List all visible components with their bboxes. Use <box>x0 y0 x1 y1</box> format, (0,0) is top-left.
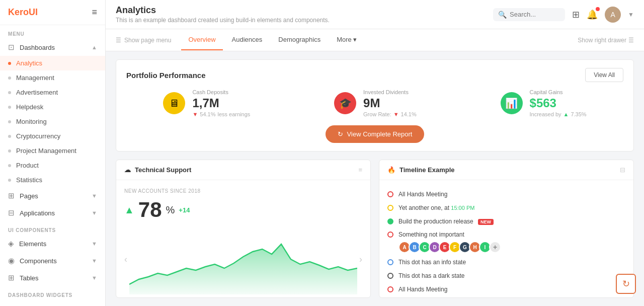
project-management-label: Project Management <box>16 147 76 155</box>
sidebar-item-helpdesk[interactable]: Helpdesk <box>0 100 105 114</box>
chevron-down-icon: ▼ <box>92 275 97 281</box>
capital-gains-change: 7.35% <box>571 111 586 117</box>
down-arrow-icon: ▼ <box>192 111 198 117</box>
statistics-label: Statistics <box>16 176 42 184</box>
dashboards-sub: Analytics Management Advertisement Helpd… <box>0 56 105 187</box>
timeline-dot-red-3 <box>387 286 393 292</box>
stat-invested-dividents: 🎓 Invested Dividents 9M Grow Rate: ▼ 14.… <box>334 89 417 117</box>
technical-support-title: ☁ Technical Support <box>124 166 191 174</box>
carousel-next-button[interactable]: › <box>359 254 362 265</box>
sidebar-group-components[interactable]: ◉ Components ▼ <box>0 252 105 269</box>
timeline-item-4: Something not important A B C D E F G H <box>387 231 625 253</box>
invested-dividents-change: 14.1% <box>401 111 417 117</box>
timeline-item-7: All Hands Meeting <box>387 285 625 294</box>
portfolio-card: Portfolio Performance View All 🖥 Cash De… <box>116 59 634 151</box>
technical-support-card: ☁ Technical Support ≡ NEW ACCOUNTS SINCE… <box>116 160 371 298</box>
bell-icon[interactable]: 🔔 <box>587 9 598 20</box>
timeline-text-5: This dot has an info state <box>398 258 466 267</box>
show-right-drawer[interactable]: Show right drawer ☰ <box>578 37 634 44</box>
cash-deposits-icon: 🖥 <box>163 92 185 114</box>
card-menu-icon[interactable]: ≡ <box>358 166 362 174</box>
dot-icon <box>8 164 11 167</box>
pages-label: Pages <box>20 192 38 200</box>
sidebar-item-advertisement[interactable]: Advertisement <box>0 85 105 100</box>
tab-more[interactable]: More ▾ <box>330 30 364 50</box>
carousel-prev-button[interactable]: ‹ <box>124 254 127 265</box>
sidebar-item-statistics[interactable]: Statistics <box>0 173 105 187</box>
subnav-tabs: Overview Audiences Demographics More ▾ <box>181 30 578 50</box>
grid-icon[interactable]: ⊞ <box>572 9 580 20</box>
refresh-fab-button[interactable]: ↻ <box>616 274 636 294</box>
fire-icon: 🔥 <box>387 166 395 174</box>
chevron-down-icon: ▼ <box>92 258 97 264</box>
tab-demographics[interactable]: Demographics <box>271 30 328 50</box>
sidebar-item-cryptocurrency[interactable]: Cryptocurrency <box>0 129 105 143</box>
timeline-dot-red-2 <box>387 232 393 238</box>
advertisement-label: Advertisement <box>16 89 58 96</box>
sidebar-group-chart-boxes-1[interactable]: ◫ Chart Boxes 1 <box>0 300 105 306</box>
timeline-item-2: Yet another one, at 15:00 PM <box>387 204 625 212</box>
up-trend-icon: ▲ <box>124 204 134 216</box>
chevron-up-icon: ▲ <box>92 44 97 50</box>
avatar[interactable]: A <box>605 7 621 23</box>
tab-audiences[interactable]: Audiences <box>225 30 270 50</box>
sidebar-group-tables[interactable]: ⊞ Tables ▼ <box>0 269 105 286</box>
sidebar-item-analytics[interactable]: Analytics <box>0 56 105 70</box>
cloud-icon: ☁ <box>124 166 131 174</box>
drawer-icon: ☰ <box>628 37 634 44</box>
show-page-menu[interactable]: ☰ Show page menu <box>116 37 171 44</box>
technical-support-header: ☁ Technical Support ≡ <box>116 160 370 180</box>
increased-by-text: Increased by <box>530 111 561 117</box>
page-subtitle: This is an example dashboard created usi… <box>116 17 330 24</box>
carousel-container: ‹ <box>124 224 362 294</box>
down-arrow-icon: ▼ <box>393 111 399 117</box>
chevron-down-icon: ▼ <box>92 241 97 247</box>
cash-deposits-value: 1,7M <box>192 96 250 110</box>
sidebar-group-pages[interactable]: ⊞ Pages ▼ <box>0 187 105 204</box>
timeline-header: 🔥 Timeline Example ⊟ <box>379 160 633 180</box>
page-title: Analytics <box>116 5 330 16</box>
dot-icon <box>8 135 11 138</box>
timeline-item-1: All Hands Meeting <box>387 190 625 199</box>
sidebar-group-elements[interactable]: ◈ Elements ▼ <box>0 235 105 252</box>
sidebar-group-dashboards[interactable]: ⊡ Dashboards ▲ <box>0 39 105 56</box>
dot-icon <box>8 120 11 123</box>
sidebar-group-applications[interactable]: ⊟ Applications ▼ <box>0 204 105 221</box>
search-input[interactable] <box>510 11 560 18</box>
view-all-button[interactable]: View All <box>585 68 623 82</box>
sidebar-item-product[interactable]: Product <box>0 158 105 173</box>
timeline-list: All Hands Meeting Yet another one, at 15… <box>387 188 625 297</box>
timeline-text-1: All Hands Meeting <box>398 190 447 199</box>
pages-icon: ⊞ <box>8 191 15 200</box>
capital-gains-label: Capital Gains <box>530 89 587 95</box>
view-report-button[interactable]: ↻ View Complete Report <box>326 125 425 143</box>
capital-gains-icon: 📊 <box>501 92 523 114</box>
product-label: Product <box>16 162 39 169</box>
capital-gains-value: $563 <box>530 96 587 110</box>
dashboards-label: Dashboards <box>20 44 55 51</box>
invested-dividents-sub: Grow Rate: ▼ 14.1% <box>363 111 417 117</box>
stat-capital-gains: 📊 Capital Gains $563 Increased by ▲ 7.35… <box>501 89 587 117</box>
sidebar-item-project-management[interactable]: Project Management <box>0 143 105 158</box>
search-box[interactable]: 🔍 <box>493 8 565 21</box>
sidebar-item-monitoring[interactable]: Monitoring <box>0 114 105 129</box>
logo: KeroUI <box>8 7 38 18</box>
stat-cash-deposits: 🖥 Cash Deposits 1,7M ▼ 54.1% less earnin… <box>163 89 250 117</box>
tables-label: Tables <box>20 274 39 282</box>
hamburger-icon[interactable]: ≡ <box>92 7 97 18</box>
avatar-chevron-icon[interactable]: ▼ <box>628 11 634 18</box>
timeline-item-3: Build the production release NEW <box>387 217 625 226</box>
timeline-text-6: This dot has a dark state <box>398 272 464 280</box>
timeline-text-7: All Hands Meeting <box>398 285 447 294</box>
portfolio-title: Portfolio Performance <box>126 71 206 80</box>
timeline-dot-dark <box>387 273 393 279</box>
tables-icon: ⊞ <box>8 273 15 282</box>
invested-dividents-icon: 🎓 <box>334 92 356 114</box>
sidebar-item-management[interactable]: Management <box>0 70 105 85</box>
timeline-menu-icon[interactable]: ⊟ <box>620 166 625 174</box>
tab-overview[interactable]: Overview <box>181 30 222 50</box>
monitoring-label: Monitoring <box>16 118 47 125</box>
elements-icon: ◈ <box>8 239 14 248</box>
chart-fill <box>129 244 357 294</box>
components-label: Components <box>20 257 57 265</box>
